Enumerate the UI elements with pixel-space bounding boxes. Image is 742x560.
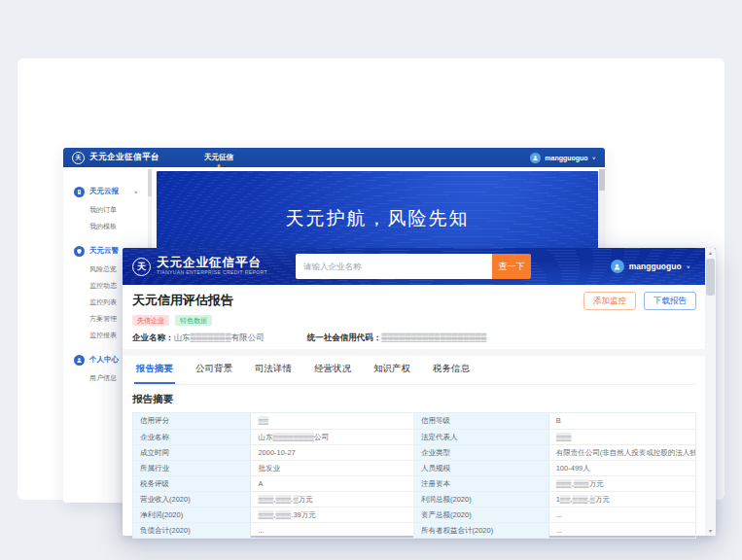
badge-row: 失信企业 特色数据 — [132, 315, 696, 326]
sidebar-item-my-orders[interactable]: 我的订单 — [63, 201, 147, 218]
tab-report-summary[interactable]: 报告摘要 — [134, 356, 175, 384]
chevron-down-icon: ∨ — [134, 189, 138, 193]
add-monitor-button[interactable]: 添加监控 — [583, 292, 636, 310]
scroll-down-icon[interactable]: ▾ — [705, 526, 716, 536]
cell-label: 企业类型 — [414, 445, 549, 460]
report-title: 天元信用评估报告 — [132, 292, 233, 309]
tab-intellectual-property[interactable]: 知识产权 — [371, 356, 412, 384]
cell-label: 法定代表人 — [414, 430, 549, 444]
cell-label: 负债合计(2020) — [133, 523, 251, 538]
brand-logo: 天 天元企业征信平台 TIANYUAN ENTERPRISE CREDIT RE… — [132, 257, 267, 275]
sidebar-item-my-templates[interactable]: 我的模板 — [63, 218, 147, 234]
sidebar-group-label: 天元云警 — [89, 246, 119, 256]
search-button[interactable]: 查一下 — [492, 254, 531, 279]
cell-value: ▒▒▒,▒▒▒.39万元 — [251, 508, 414, 522]
cell-value: 1▒▒,▒▒▒.▒万元 — [549, 492, 695, 507]
back-window-header: 天 天元企业征信平台 天元征信 mangguoguo ∨ — [63, 148, 605, 167]
cell-label: 利润总额(2020) — [414, 492, 549, 507]
table-row: 成立时间 2000-10-27 企业类型 有限责任公司(非自然人投资或控股的法人… — [133, 444, 695, 460]
scroll-up-icon[interactable]: ▴ — [705, 248, 716, 258]
cell-label: 企业名称 — [133, 430, 251, 444]
cell-value: B — [549, 413, 695, 429]
cell-value: ... — [251, 523, 414, 538]
nav-item-tianyuan-credit[interactable]: 天元征信 — [204, 153, 233, 162]
download-report-button[interactable]: 下载报告 — [644, 292, 696, 310]
cell-label: 资产总额(2020) — [414, 508, 549, 522]
front-window-header: 天 天元企业征信平台 TIANYUAN ENTERPRISE CREDIT RE… — [123, 248, 716, 285]
back-window-scrollbar-thumb[interactable] — [599, 169, 605, 191]
chevron-down-icon: ∨ — [592, 155, 596, 159]
tab-company-background[interactable]: 公司背景 — [194, 356, 234, 384]
search-input[interactable] — [296, 254, 492, 279]
sidebar-group-label: 个人中心 — [89, 355, 119, 365]
cell-label: 营业收入(2020) — [133, 492, 251, 507]
user-menu[interactable]: mangguoguo ∨ — [530, 153, 596, 163]
search-bar: 查一下 — [296, 254, 531, 279]
cell-value: ▒▒▒,▒▒▒.▒万元 — [251, 492, 414, 507]
cell-value: ▒▒▒,▒▒▒万元 — [549, 476, 695, 491]
cell-value: 批发业 — [251, 461, 414, 475]
sidebar-group-label: 天元云报 — [89, 187, 119, 196]
banner-slogan: 天元护航，风险先知 — [157, 206, 598, 231]
cell-label: 信用等级 — [414, 413, 549, 429]
report-header: 天元信用评估报告 添加监控 下载报告 失信企业 特色数据 企业名称： 山东▒▒▒… — [132, 285, 696, 343]
tab-tax-info[interactable]: 税务信息 — [431, 356, 472, 384]
report-tabs: 报告摘要 公司背景 司法详情 经营状况 知识产权 税务信息 — [132, 356, 696, 385]
cell-value: ... — [549, 508, 695, 522]
cell-value: 2000-10-27 — [251, 445, 414, 460]
front-window-body: 天元信用评估报告 添加监控 下载报告 失信企业 特色数据 企业名称： 山东▒▒▒… — [123, 285, 716, 539]
table-row: 税务评级 A 注册资本 ▒▒▒,▒▒▒万元 — [133, 475, 695, 491]
cell-label: 税务评级 — [133, 476, 251, 491]
cell-label: 成立时间 — [133, 445, 251, 460]
nav-item-label: 天元征信 — [204, 153, 233, 161]
company-info-row: 企业名称： 山东▒▒▒▒▒▒▒有限公司 统一社会信用代码： ▒▒▒▒▒▒▒▒▒▒… — [132, 332, 696, 343]
front-window-scrollbar[interactable]: ▴ ▾ — [705, 248, 716, 536]
cell-label: 所属行业 — [133, 461, 251, 475]
user-name: mangguoguo — [545, 155, 587, 161]
table-row: 营业收入(2020) ▒▒▒,▒▒▒.▒万元 利润总额(2020) 1▒▒,▒▒… — [133, 491, 695, 507]
user-avatar-icon — [530, 153, 541, 163]
company-name-value: 山东▒▒▒▒▒▒▒有限公司 — [174, 332, 265, 337]
user-name: mangguoguo — [629, 262, 682, 271]
credit-code-value: ▒▒▒▒▒▒▒▒▒▒▒▒▒▒▒▒▒▒ — [381, 332, 486, 337]
cell-label: 信用评分 — [133, 413, 251, 429]
cell-label: 注册资本 — [414, 476, 549, 491]
dishonest-company-badge: 失信企业 — [132, 315, 169, 326]
section-divider — [123, 349, 716, 356]
sidebar-scrollbar-thumb[interactable] — [148, 169, 152, 196]
cell-value: A — [251, 476, 414, 491]
cell-label: 净利润(2020) — [133, 508, 251, 522]
sidebar-group-cloud-report[interactable]: 天元云报 ∨ — [63, 182, 147, 201]
company-name-label: 企业名称： — [132, 332, 174, 337]
summary-table: 信用评分 ▒▒ 信用等级 B 企业名称 山东▒▒▒▒▒▒▒▒公司 法定代表人 ▒… — [132, 412, 696, 539]
cell-value: 山东▒▒▒▒▒▒▒▒公司 — [251, 430, 414, 444]
table-row: 负债合计(2020) ... 所有者权益合计(2020) ... — [133, 522, 695, 538]
brand-subtitle: TIANYUAN ENTERPRISE CREDIT REPORT — [157, 270, 267, 276]
special-data-badge: 特色数据 — [175, 315, 212, 326]
cell-value: ▒▒ — [251, 413, 414, 429]
content-card: 天 天元企业征信平台 天元征信 mangguoguo ∨ — [18, 58, 724, 500]
cell-value: 100-499人 — [549, 461, 695, 475]
shield-icon — [74, 246, 85, 257]
user-menu[interactable]: mangguoguo ∨ — [611, 248, 690, 285]
brand-title: 天元企业征信平台 — [89, 152, 159, 163]
brand-logo-icon: 天 — [132, 258, 151, 276]
front-window: 天 天元企业征信平台 TIANYUAN ENTERPRISE CREDIT RE… — [123, 248, 716, 536]
cell-label: 所有者权益合计(2020) — [414, 523, 549, 538]
cell-label: 人员规模 — [414, 461, 549, 475]
table-row: 信用评分 ▒▒ 信用等级 B — [133, 413, 695, 429]
user-avatar-icon — [611, 260, 624, 273]
cell-value: ... — [549, 523, 695, 538]
table-row: 净利润(2020) ▒▒▒,▒▒▒.39万元 资产总额(2020) ... — [133, 507, 695, 522]
table-row: 所属行业 批发业 人员规模 100-499人 — [133, 460, 695, 475]
table-row: 企业名称 山东▒▒▒▒▒▒▒▒公司 法定代表人 ▒▒▒ — [133, 429, 695, 444]
cell-value: ▒▒▒ — [549, 430, 695, 444]
front-window-scrollbar-thumb[interactable] — [706, 259, 715, 296]
cell-value: 有限责任公司(非自然人投资或控股的法人独资) — [549, 445, 695, 460]
tab-judicial-details[interactable]: 司法详情 — [253, 356, 294, 384]
brand-title: 天元企业征信平台 — [157, 257, 267, 270]
section-title: 报告摘要 — [132, 393, 696, 406]
tab-operating-status[interactable]: 经营状况 — [312, 356, 353, 384]
brand-logo-icon: 天 — [72, 152, 85, 164]
person-icon — [74, 355, 85, 366]
